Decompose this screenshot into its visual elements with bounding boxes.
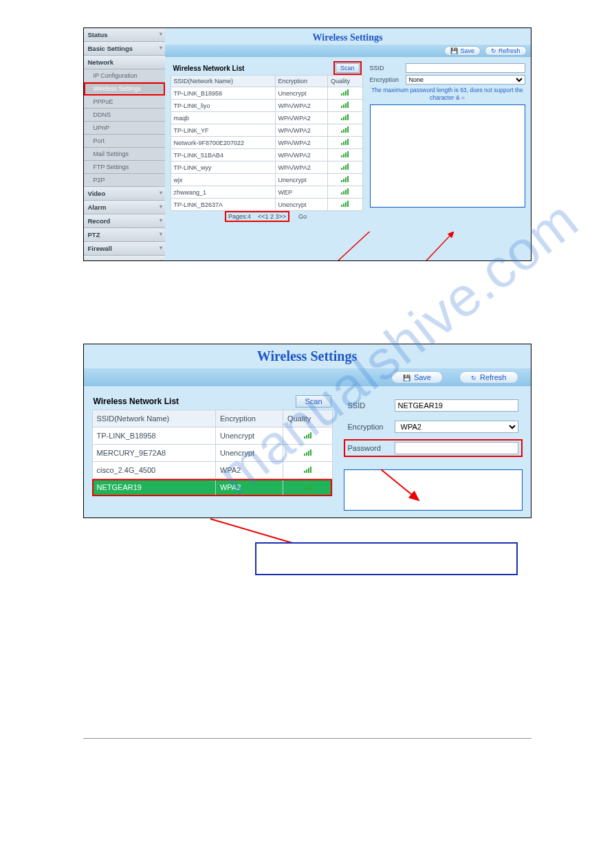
ssid-cell: TP-LINK_51BAB4 [171,149,275,162]
sidebar-item-firewall[interactable]: Firewall [84,242,165,256]
wireless-network-list-1: Wireless Network List Scan SSID(Network … [171,61,363,222]
save-button-1[interactable]: Save [444,46,481,56]
sidebar-item-status[interactable]: Status [84,28,165,42]
col-enc-1: Encryption [275,76,328,87]
ssid-cell: wjx [171,174,275,186]
sidebar-item-basic-settings[interactable]: Basic Settings [84,42,165,56]
table-row[interactable]: TP-LINK_wyyWPA/WPA2 [171,162,362,174]
encryption-select-2[interactable]: WPA2 [395,421,518,433]
password-input[interactable] [395,442,518,454]
annotation-arrow-1 [275,232,454,261]
encryption-cell: Unencrypt [275,199,328,211]
ssid-input-2[interactable] [395,399,518,412]
refresh-button-1[interactable]: Refresh [485,46,527,56]
encryption-cell: WPA/WPA2 [275,149,328,162]
quality-cell [328,186,362,199]
table-row[interactable]: MERCURY_9E72A8Unencrypt [92,445,332,462]
encryption-cell: WPA/WPA2 [275,137,328,149]
callout-box-1 [370,104,525,208]
table-row[interactable]: TP-LINK_B18958Unencrypt [92,427,332,445]
table-row[interactable]: zhwwang_1WEP [171,186,362,199]
encryption-cell: WPA/WPA2 [275,162,328,174]
toolbar-2: Save Refresh [84,368,531,386]
sidebar-sub-upnp[interactable]: UPnP [84,122,165,135]
list-heading-2: Wireless Network List [94,397,179,406]
refresh-button-2-label: Refresh [480,373,507,381]
scan-button-2[interactable]: Scan [296,395,331,408]
sidebar-sub-p2p[interactable]: P2P [84,174,165,187]
wireless-form-2: SSID Encryption WPA2 Password [344,393,523,511]
sidebar-sub-wireless-settings[interactable]: Wireless Settings [84,82,165,96]
col-quality-2: Quality [283,410,332,427]
panel-2: Wireless Settings Save Refresh Wireless … [83,344,531,518]
sidebar-item-alarm[interactable]: Alarm [84,201,165,214]
quality-cell [328,100,362,112]
table-row[interactable]: TP-LINK_B18958Unencrypt [171,87,362,100]
encryption-select-1[interactable]: None [406,75,525,85]
ssid-cell: TP-LINK_B18958 [92,427,215,445]
col-ssid-2: SSID(Network Name) [92,410,215,427]
page-title-1: Wireless Settings [165,28,531,45]
sidebar-item-video[interactable]: Video [84,187,165,201]
sidebar-sub-ddns[interactable]: DDNS [84,109,165,122]
sidebar-item-record[interactable]: Record [84,214,165,228]
table-row[interactable]: maqbWPA/WPA2 [171,112,362,124]
wireless-form-1: SSID Encryption None The maximum passwor… [370,61,525,222]
quality-cell [328,149,362,162]
encryption-cell: Unencrypt [215,427,283,445]
scan-button-1[interactable]: Scan [336,63,360,73]
sidebar-item-ptz[interactable]: PTZ [84,228,165,242]
table-row[interactable]: Network-9F8700E207022WPA/WPA2 [171,137,362,149]
page-title-2: Wireless Settings [84,344,531,368]
signal-icon [304,432,311,438]
table-row[interactable]: TP-LINK_liyoWPA/WPA2 [171,100,362,112]
sidebar-sub-ip-configuration[interactable]: IP Configuration [84,69,165,82]
scan-button-highlight: Scan [335,63,360,74]
table-row[interactable]: TP-LINK_YFWPA/WPA2 [171,124,362,137]
sidebar-sub-port[interactable]: Port [84,135,165,148]
quality-cell [328,112,362,124]
quality-cell [328,137,362,149]
signal-icon [341,164,349,170]
refresh-button-2[interactable]: Refresh [459,371,518,383]
pager-go[interactable]: Go [298,213,307,220]
ssid-cell: Network-9F8700E207022 [171,137,275,149]
quality-cell [283,427,332,445]
ssid-cell: TP-LINK_B18958 [171,87,275,100]
pager-links[interactable]: <<1 2 3>> [258,213,286,220]
table-row[interactable]: NETGEAR19WPA2 [92,479,332,496]
refresh-icon [491,47,496,54]
encryption-cell: WPA/WPA2 [275,124,328,137]
ssid-cell: TP-LINK_wyy [171,162,275,174]
table-row[interactable]: TP-LINK_B2637AUnencrypt [171,199,362,211]
ssid-cell: MERCURY_9E72A8 [92,445,215,462]
sidebar-item-system[interactable]: System [84,256,165,261]
pager-pages: Pages:4 [228,213,251,220]
ssid-cell: TP-LINK_B2637A [171,199,275,211]
pager: Pages:4 <<1 2 3>> Go [171,211,363,222]
signal-icon [341,126,349,133]
password-row-highlight: Password [344,439,523,457]
password-note: The maximum password length is 63, does … [370,87,525,102]
save-button-2[interactable]: Save [391,371,443,383]
encryption-cell: WPA2 [215,479,283,496]
quality-cell [283,445,332,462]
table-row[interactable]: wjxUnencrypt [171,174,362,186]
signal-icon [304,467,311,473]
ssid-input-1[interactable] [406,63,525,73]
ssid-cell: cisco_2.4G_4500 [92,462,215,479]
encryption-label-2: Encryption [348,423,391,431]
quality-cell [283,462,332,479]
sidebar: Status Basic Settings Network IP Configu… [84,28,165,260]
sidebar-sub-mail-settings[interactable]: Mail Settings [84,148,165,161]
sidebar-sub-ftp-settings[interactable]: FTP Settings [84,161,165,174]
footer-separator [83,738,531,739]
col-quality-1: Quality [328,76,362,87]
table-row[interactable]: cisco_2.4G_4500WPA2 [92,462,332,479]
list-heading-1: Wireless Network List [173,65,245,72]
table-row[interactable]: TP-LINK_51BAB4WPA/WPA2 [171,149,362,162]
save-icon [403,373,410,381]
signal-icon [341,188,349,194]
sidebar-item-network[interactable]: Network [84,56,165,69]
sidebar-sub-pppoe[interactable]: PPPoE [84,96,165,109]
